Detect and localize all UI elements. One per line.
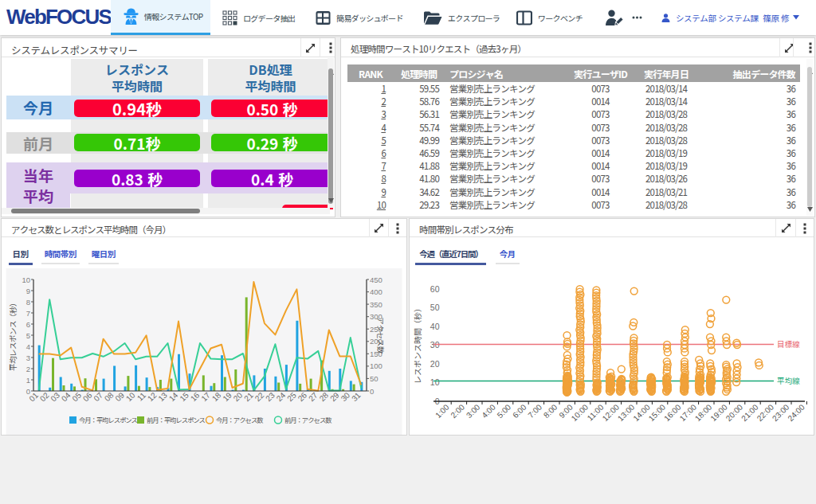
svg-text:0: 0 (370, 387, 374, 396)
svg-text:5: 5 (26, 331, 30, 340)
svg-text:10: 10 (22, 275, 30, 284)
svg-text:今月：平均レスポンス: 今月：平均レスポンス (79, 415, 137, 424)
svg-text:1: 1 (26, 376, 30, 385)
svg-text:4: 4 (26, 342, 30, 351)
svg-text:9: 9 (26, 287, 30, 295)
svg-text:100: 100 (370, 361, 382, 370)
svg-text:6: 6 (26, 320, 30, 329)
svg-text:7: 7 (26, 309, 30, 318)
svg-text:50: 50 (370, 374, 379, 383)
svg-text:平均レスポンス（秒）: 平均レスポンス（秒） (7, 299, 18, 371)
svg-text:前月：アクセス数: 前月：アクセス数 (284, 415, 332, 424)
svg-text:350: 350 (370, 300, 382, 309)
svg-text:前月：平均レスポンス: 前月：平均レスポンス (147, 415, 205, 424)
svg-text:8: 8 (26, 298, 30, 307)
svg-text:450: 450 (370, 275, 382, 284)
svg-text:3: 3 (26, 354, 30, 362)
svg-text:アクセス数: アクセス数 (375, 317, 386, 354)
svg-text:今月：アクセス数: 今月：アクセス数 (216, 415, 263, 424)
svg-text:2: 2 (26, 365, 30, 373)
svg-text:400: 400 (370, 287, 382, 296)
